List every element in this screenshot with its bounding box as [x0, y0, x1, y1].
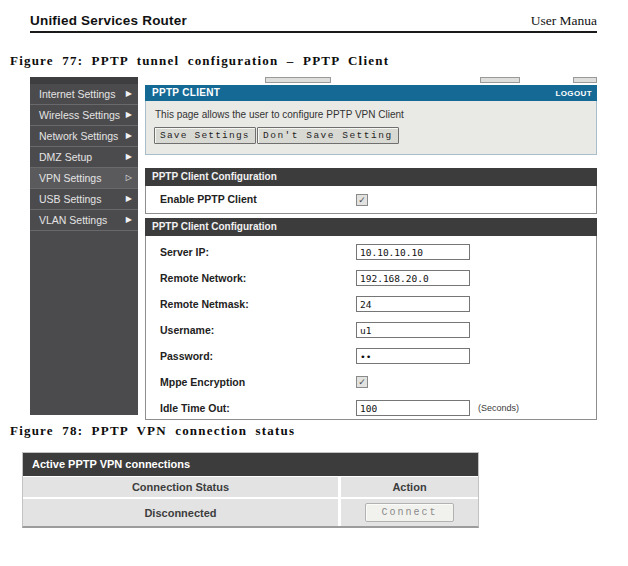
doc-header-right: User Manua [531, 13, 597, 29]
active-pptp-vpn-table: Active PPTP VPN connections Connection S… [22, 452, 479, 528]
field-suffix: (Seconds) [478, 403, 519, 413]
sidebar-item-internet-settings[interactable]: Internet Settings▶ [30, 84, 138, 105]
field-label: Remote Network: [160, 272, 246, 284]
field-row-server-ip: Server IP: [146, 239, 596, 265]
cropped-top-fragment [265, 77, 331, 83]
chevron-right-icon: ▶ [126, 153, 132, 161]
field-row-password: Password: [146, 343, 596, 369]
cropped-top-fragment [30, 77, 138, 84]
action-cell: Connect [341, 499, 478, 526]
figure-78-caption: Figure 78: PPTP VPN connection status [10, 423, 295, 439]
sidebar-item-vlan-settings[interactable]: VLAN Settings▶ [30, 210, 138, 231]
figure-77-caption: Figure 77: PPTP tunnel configuration – P… [10, 53, 389, 69]
sidebar-item-dmz-setup[interactable]: DMZ Setup▶ [30, 147, 138, 168]
save-settings-button[interactable]: Save Settings [154, 127, 256, 144]
table-header-row: Connection Status Action [23, 477, 478, 497]
field-row-mppe-encryption: Mppe Encryption✓ [146, 369, 596, 395]
idle-time-out-input[interactable] [356, 400, 470, 416]
table-title: Active PPTP VPN connections [23, 453, 478, 476]
enable-pptp-checkbox[interactable]: ✓ [356, 194, 368, 206]
router-ui-screenshot: Internet Settings▶Wireless Settings▶Netw… [30, 77, 597, 415]
field-row-remote-network: Remote Network: [146, 265, 596, 291]
field-label: Server IP: [160, 246, 209, 258]
field-label: Mppe Encryption [160, 376, 245, 388]
field-row-idle-time-out: Idle Time Out:(Seconds) [146, 395, 596, 421]
field-row-remote-netmask: Remote Netmask: [146, 291, 596, 317]
field-label: Remote Netmask: [160, 298, 249, 310]
server-ip-input[interactable] [356, 244, 470, 260]
chevron-right-icon: ▶ [126, 195, 132, 203]
sidebar-item-vpn-settings[interactable]: VPN Settings▷ [30, 168, 138, 189]
sidebar-item-label: Internet Settings [39, 88, 115, 100]
sidebar-item-label: Wireless Settings [39, 109, 120, 121]
manual-page: Unified Services Router User Manua Figur… [0, 0, 628, 566]
field-row-username: Username: [146, 317, 596, 343]
chevron-right-open-icon: ▷ [126, 174, 132, 182]
chevron-right-icon: ▶ [126, 111, 132, 119]
field-label: Password: [160, 350, 213, 362]
cropped-top-fragment [480, 77, 520, 83]
remote-netmask-input[interactable] [356, 296, 470, 312]
section-header-enable: PPTP Client Configuration [145, 168, 597, 186]
pptp-config-fields-box: Server IP:Remote Network:Remote Netmask:… [145, 236, 597, 420]
header-rule [30, 31, 597, 33]
enable-pptp-label: Enable PPTP Client [160, 193, 257, 205]
sidebar-item-label: USB Settings [39, 193, 101, 205]
sidebar-item-label: VLAN Settings [39, 214, 107, 226]
username-input[interactable] [356, 322, 470, 338]
page-titlebar: PPTP CLIENT LOGOUT [145, 85, 597, 101]
password-input[interactable] [356, 348, 470, 364]
doc-header-title: Unified Services Router [30, 13, 187, 28]
column-header-action: Action [341, 477, 478, 497]
sidebar-item-usb-settings[interactable]: USB Settings▶ [30, 189, 138, 210]
logout-link[interactable]: LOGOUT [555, 89, 592, 98]
connect-button[interactable]: Connect [365, 503, 453, 522]
chevron-right-icon: ▶ [126, 216, 132, 224]
sidebar-item-label: DMZ Setup [39, 151, 92, 163]
description-box: This page allows the user to configure P… [145, 101, 597, 155]
sidebar: Internet Settings▶Wireless Settings▶Netw… [30, 84, 138, 415]
sidebar-item-label: VPN Settings [39, 172, 101, 184]
chevron-right-icon: ▶ [126, 90, 132, 98]
connection-status-value: Disconnected [23, 499, 338, 526]
cropped-top-fragment [573, 77, 597, 83]
column-header-connection-status: Connection Status [23, 477, 338, 497]
page-description: This page allows the user to configure P… [155, 109, 404, 120]
table-body: DisconnectedConnect [23, 499, 478, 526]
field-label: Username: [160, 324, 214, 336]
field-label: Idle Time Out: [160, 402, 230, 414]
page-title: PPTP CLIENT [152, 87, 220, 98]
enable-pptp-row: Enable PPTP Client ✓ [145, 186, 597, 214]
sidebar-item-label: Network Settings [39, 130, 118, 142]
section-header-config: PPTP Client Configuration [145, 218, 597, 236]
chevron-right-icon: ▶ [126, 132, 132, 140]
table-row: DisconnectedConnect [23, 499, 478, 526]
sidebar-item-wireless-settings[interactable]: Wireless Settings▶ [30, 105, 138, 126]
mppe-encryption-checkbox[interactable]: ✓ [356, 376, 368, 388]
dont-save-settings-button[interactable]: Don't Save Setting [257, 127, 399, 144]
remote-network-input[interactable] [356, 270, 470, 286]
sidebar-item-network-settings[interactable]: Network Settings▶ [30, 126, 138, 147]
